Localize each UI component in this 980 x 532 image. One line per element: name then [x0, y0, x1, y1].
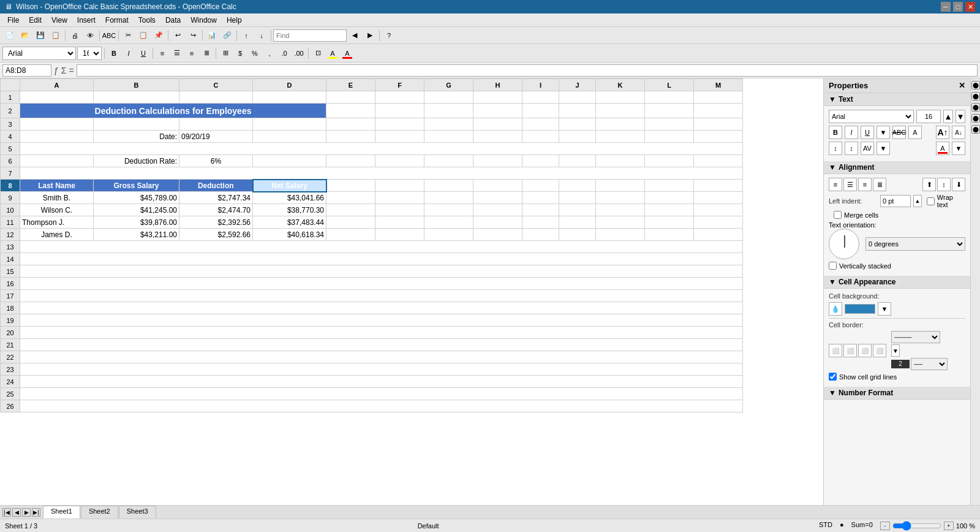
cell-D4[interactable]	[253, 131, 326, 143]
cell-A8-header[interactable]: Last Name	[20, 180, 94, 192]
row-10-header[interactable]: 10	[1, 204, 20, 216]
grid-scroll[interactable]: A B C D E F G H I J K L M	[0, 78, 823, 505]
row-5-header[interactable]: 5	[1, 143, 20, 155]
prop-size-down-button[interactable]: ▼	[956, 110, 965, 123]
cell-B11[interactable]: $39,876.00	[94, 216, 179, 229]
zoom-out-button[interactable]: -	[880, 522, 890, 530]
border-color-select[interactable]: ──	[911, 358, 948, 370]
cell-B6-dr-label[interactable]: Deduction Rate:	[94, 155, 179, 167]
cell-G10[interactable]	[424, 204, 473, 216]
cell-M6[interactable]	[694, 155, 743, 167]
sort-asc-button[interactable]: ↑	[239, 29, 254, 42]
undo-button[interactable]: ↩	[170, 29, 185, 42]
align-right-button[interactable]: ≡	[185, 47, 198, 60]
border-btn-4[interactable]: ⬜	[873, 344, 886, 357]
cell-J11[interactable]	[559, 216, 596, 229]
close-button[interactable]: ✕	[965, 2, 975, 12]
cell-E12[interactable]	[326, 229, 375, 241]
cell-L10[interactable]	[645, 204, 694, 216]
cell-E3[interactable]	[326, 118, 375, 131]
cell-A4[interactable]	[20, 131, 94, 143]
underline-button[interactable]: U	[137, 47, 150, 60]
close-properties-icon[interactable]: ✕	[959, 81, 965, 90]
cell-F8[interactable]	[375, 180, 424, 192]
cell-K4[interactable]	[596, 131, 645, 143]
cell-L2[interactable]	[645, 104, 694, 118]
open-button[interactable]: 📂	[18, 29, 32, 42]
sidebar-icon-2[interactable]: ⬤	[971, 92, 980, 101]
border-dropdown-button[interactable]: ▼	[891, 344, 900, 357]
cell-G12[interactable]	[424, 229, 473, 241]
cell-I4[interactable]	[522, 131, 559, 143]
cell-G8[interactable]	[424, 180, 473, 192]
cell-C4-date-value[interactable]: 09/20/19	[179, 131, 253, 143]
cell-B3[interactable]	[94, 118, 179, 131]
cell-F10[interactable]	[375, 204, 424, 216]
font-size-select[interactable]: 16	[77, 47, 102, 60]
col-K[interactable]: K	[596, 79, 645, 91]
wrap-text-checkbox[interactable]	[927, 197, 935, 205]
row-26-header[interactable]: 26	[1, 400, 20, 412]
cell-F3[interactable]	[375, 118, 424, 131]
percent-button[interactable]: %	[248, 47, 262, 60]
cell-L12[interactable]	[645, 229, 694, 241]
show-grid-lines-checkbox[interactable]	[829, 373, 837, 381]
cell-K12[interactable]	[596, 229, 645, 241]
prop-strikethrough-button[interactable]: ABC	[892, 126, 906, 139]
row-21-header[interactable]: 21	[1, 339, 20, 351]
cell-C12[interactable]: $2,592.66	[179, 229, 253, 241]
cell-M11[interactable]	[694, 216, 743, 229]
cell-H3[interactable]	[473, 118, 522, 131]
col-C[interactable]: C	[179, 79, 253, 91]
cell-C6-dr-value[interactable]: 6%	[179, 155, 253, 167]
align-left-prop-button[interactable]: ≡	[829, 178, 842, 191]
prop-increase-font-button[interactable]: A↑	[936, 126, 949, 139]
prop-font-color-dropdown[interactable]: ▼	[952, 142, 965, 155]
minimize-button[interactable]: ─	[941, 2, 951, 12]
find-next-button[interactable]: ▶	[363, 29, 377, 42]
tab-prev-button[interactable]: ◀	[12, 508, 21, 517]
cell-D10[interactable]: $38,770.30	[253, 204, 326, 216]
cell-J2[interactable]	[559, 104, 596, 118]
align-right-prop-button[interactable]: ≡	[858, 178, 872, 191]
col-I[interactable]: I	[522, 79, 559, 91]
row-6-header[interactable]: 6	[1, 155, 20, 167]
cell-L6[interactable]	[645, 155, 694, 167]
cell-K2[interactable]	[596, 104, 645, 118]
row-3-header[interactable]: 3	[1, 118, 20, 131]
maximize-button[interactable]: □	[953, 2, 963, 12]
cell-K11[interactable]	[596, 216, 645, 229]
col-J[interactable]: J	[559, 79, 596, 91]
cell-K3[interactable]	[596, 118, 645, 131]
cell-L4[interactable]	[645, 131, 694, 143]
col-D[interactable]: D	[253, 79, 326, 91]
italic-button[interactable]: I	[122, 47, 135, 60]
cell-H1[interactable]	[473, 91, 522, 104]
cell-A12[interactable]: James D.	[20, 229, 94, 241]
row-22-header[interactable]: 22	[1, 351, 20, 363]
prop-size-up-button[interactable]: ▲	[943, 110, 953, 123]
thousands-button[interactable]: ,	[263, 47, 276, 60]
cell-F12[interactable]	[375, 229, 424, 241]
spellcheck-button[interactable]: ABC	[102, 29, 116, 42]
cell-bg-dropdown-button[interactable]: ▼	[878, 302, 891, 316]
print-button[interactable]: 🖨	[67, 29, 82, 42]
copy-button[interactable]: 📋	[136, 29, 151, 42]
prop-size-input[interactable]	[916, 110, 941, 123]
formula-input[interactable]: Net Salary	[77, 64, 978, 77]
insert-chart-button[interactable]: 📊	[205, 29, 219, 42]
row-18-header[interactable]: 18	[1, 302, 20, 314]
cell-H4[interactable]	[473, 131, 522, 143]
vert-bottom-button[interactable]: ⬇	[952, 178, 965, 191]
cell-J1[interactable]	[559, 91, 596, 104]
cell-D1[interactable]	[253, 91, 326, 104]
cell-K6[interactable]	[596, 155, 645, 167]
zoom-in-button[interactable]: +	[944, 522, 954, 530]
cell-C3[interactable]	[179, 118, 253, 131]
menu-help[interactable]: Help	[222, 15, 247, 26]
cell-H12[interactable]	[473, 229, 522, 241]
help-button[interactable]: ?	[382, 29, 396, 42]
cell-G9[interactable]	[424, 192, 473, 204]
cell-B1[interactable]	[94, 91, 179, 104]
cell-D6[interactable]	[253, 155, 326, 167]
